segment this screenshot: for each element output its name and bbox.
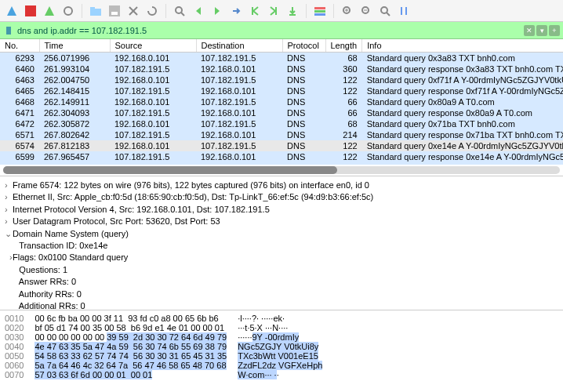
- detail-additional-rrs[interactable]: Additional RRs: 0: [5, 300, 558, 310]
- table-row[interactable]: 6600267.967127192.168.0.101107.182.191.5…: [0, 162, 563, 165]
- hex-offsets: 0010 0020 0030 0040 0050 0060 0070: [5, 314, 24, 383]
- packet-bytes-pane[interactable]: 0010 0020 0030 0040 0050 0060 0070 00 6c…: [0, 310, 563, 386]
- table-row[interactable]: 6571267.802642107.182.191.5192.168.0.101…: [0, 129, 563, 140]
- save-icon[interactable]: [106, 2, 123, 20]
- packet-details-pane[interactable]: ›Frame 6574: 122 bytes on wire (976 bits…: [0, 176, 563, 310]
- zoom-in-icon[interactable]: [339, 2, 356, 20]
- col-time[interactable]: Time: [39, 39, 110, 53]
- col-protocol[interactable]: Protocol: [282, 39, 325, 53]
- close-icon[interactable]: [125, 2, 142, 20]
- stop-icon[interactable]: [22, 2, 39, 20]
- detail-flags[interactable]: ›Flags: 0x0100 Standard query: [5, 252, 558, 263]
- table-row[interactable]: 6599267.965457107.182.191.5192.168.0.101…: [0, 151, 563, 162]
- table-row[interactable]: 6468262.149911192.168.0.101107.182.191.5…: [0, 96, 563, 107]
- last-icon[interactable]: [265, 2, 282, 20]
- shark-fin-icon[interactable]: [3, 2, 20, 20]
- svg-rect-25: [6, 27, 11, 34]
- svg-rect-15: [314, 13, 325, 16]
- detail-dns[interactable]: ⌄Domain Name System (query): [5, 228, 558, 240]
- colorize-icon[interactable]: [311, 2, 329, 20]
- find-icon[interactable]: [171, 2, 188, 20]
- reload-icon[interactable]: [143, 2, 161, 20]
- next-icon[interactable]: [209, 2, 226, 20]
- detail-frame[interactable]: ›Frame 6574: 122 bytes on wire (976 bits…: [5, 180, 558, 191]
- restart-icon[interactable]: [41, 2, 58, 20]
- col-destination[interactable]: Destination: [196, 39, 282, 53]
- hex-bytes[interactable]: 00 6c fb ba 00 00 3f 11 93 fd c0 a8 00 6…: [35, 314, 227, 383]
- options-icon[interactable]: [60, 2, 77, 20]
- svg-point-21: [381, 7, 387, 13]
- table-row[interactable]: 6471262.304093107.182.191.5192.168.0.101…: [0, 107, 563, 118]
- prev-icon[interactable]: [190, 2, 207, 20]
- table-row[interactable]: 6460261.993104107.182.191.5192.168.0.101…: [0, 64, 563, 74]
- packet-list-pane[interactable]: No. Time Source Destination Protocol Len…: [0, 39, 563, 165]
- svg-rect-0: [25, 5, 36, 16]
- display-filter-bar: ✕ ▾ +: [0, 22, 563, 39]
- zoom-reset-icon[interactable]: [376, 2, 394, 20]
- bookmark-icon[interactable]: [3, 25, 14, 36]
- clear-filter-icon[interactable]: ✕: [524, 25, 535, 36]
- add-filter-icon[interactable]: +: [549, 25, 560, 36]
- svg-rect-5: [111, 12, 118, 15]
- detail-questions[interactable]: Questions: 1: [5, 264, 558, 276]
- main-toolbar: [0, 0, 563, 22]
- detail-answer-rrs[interactable]: Answer RRs: 0: [5, 276, 558, 288]
- table-row[interactable]: 6293256.071996192.168.0.101107.182.191.5…: [0, 53, 563, 64]
- hex-ascii[interactable]: ·l····?· ·····ek· ···t·5·X ···N···· ····…: [238, 314, 322, 383]
- svg-rect-14: [314, 10, 325, 13]
- svg-rect-13: [314, 7, 325, 9]
- detail-ip[interactable]: ›Internet Protocol Version 4, Src: 192.1…: [5, 204, 558, 216]
- detail-authority-rrs[interactable]: Authority RRs: 0: [5, 289, 558, 300]
- first-icon[interactable]: [246, 2, 263, 20]
- col-no[interactable]: No.: [0, 39, 39, 53]
- table-row[interactable]: 6574267.812183192.168.0.101107.182.191.5…: [0, 140, 563, 151]
- svg-line-22: [387, 13, 390, 16]
- svg-rect-3: [90, 7, 95, 9]
- svg-rect-2: [90, 9, 101, 16]
- svg-point-1: [64, 7, 72, 15]
- svg-line-9: [181, 13, 184, 16]
- svg-point-8: [176, 7, 182, 13]
- col-source[interactable]: Source: [110, 39, 196, 53]
- detail-udp[interactable]: ›User Datagram Protocol, Src Port: 53620…: [5, 216, 558, 227]
- packet-list-header[interactable]: No. Time Source Destination Protocol Len…: [0, 39, 563, 53]
- display-filter-input[interactable]: [17, 26, 524, 35]
- zoom-out-icon[interactable]: [358, 2, 375, 20]
- col-length[interactable]: Length: [325, 39, 362, 53]
- autoscroll-icon[interactable]: [284, 2, 301, 20]
- table-row[interactable]: 6463262.004750192.168.0.101107.182.191.5…: [0, 74, 563, 85]
- open-icon[interactable]: [87, 2, 104, 20]
- col-info[interactable]: Info: [362, 39, 563, 53]
- apply-filter-icon[interactable]: ▾: [536, 25, 547, 36]
- packet-list-hscroll[interactable]: [3, 166, 560, 174]
- goto-icon[interactable]: [227, 2, 245, 20]
- table-row[interactable]: 6465262.148415107.182.191.5192.168.0.101…: [0, 85, 563, 96]
- detail-ethernet[interactable]: ›Ethernet II, Src: Apple_cb:f0:5d (18:65…: [5, 191, 558, 203]
- resize-columns-icon[interactable]: [395, 2, 412, 20]
- detail-txid[interactable]: Transaction ID: 0xe14e: [5, 240, 558, 252]
- table-row[interactable]: 6472262.305872192.168.0.101107.182.191.5…: [0, 118, 563, 129]
